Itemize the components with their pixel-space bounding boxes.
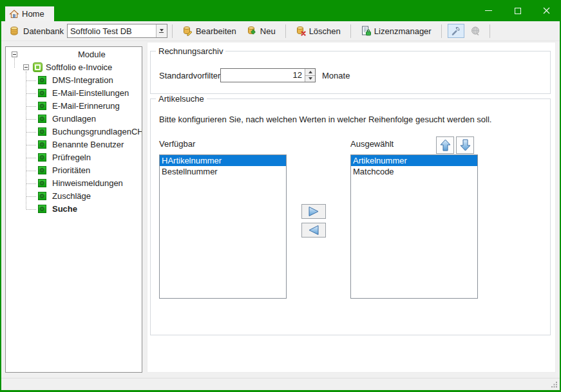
loeschen-label: Löschen xyxy=(309,26,341,36)
tree-connector xyxy=(26,183,36,184)
tree-item-label: Grundlagen xyxy=(52,113,96,126)
gear-icon: ⚙ xyxy=(38,205,46,213)
tree-root-module[interactable]: Module xyxy=(6,48,142,61)
move-right-button[interactable] xyxy=(301,204,326,219)
tree-item-grundlagen[interactable]: ⚙ Grundlagen xyxy=(6,113,142,126)
move-up-button[interactable] xyxy=(436,136,454,154)
tree-item-suche[interactable]: ⚙ Suche xyxy=(6,203,142,216)
lizenzmanager-label: Lizenzmanager xyxy=(374,26,432,36)
tree-item-buchungsgrundlagench[interactable]: ⚙ BuchungsgrundlagenCH xyxy=(6,126,142,138)
tab-home[interactable]: Home xyxy=(5,6,54,21)
close-button[interactable] xyxy=(532,0,561,21)
datenbank-combobox-dropdown-button[interactable] xyxy=(156,24,167,37)
datenbank-label: Datenbank xyxy=(23,26,64,36)
tree-item-label: Benannte Benutzer xyxy=(52,138,124,151)
artikelsuche-instruction: Bitte konfigurieren Sie, nach welchen We… xyxy=(159,115,491,124)
tree-node-label: Softfolio e-Invoice xyxy=(46,61,112,74)
tree-connector xyxy=(26,145,36,145)
tree-item-email-erinnerung[interactable]: ⚙ E-Mail-Erinnerung xyxy=(6,100,142,113)
tools-button[interactable] xyxy=(448,24,464,38)
gear-icon: ⚙ xyxy=(38,76,46,84)
triangle-down-icon xyxy=(309,77,312,80)
tree-item-label: BuchungsgrundlagenCH xyxy=(52,126,142,138)
gear-icon: ⚙ xyxy=(38,89,46,97)
gear-icon: ⚙ xyxy=(38,179,46,187)
tree-item-hinweismeldungen[interactable]: ⚙ Hinweismeldungen xyxy=(6,177,142,190)
chevron-down-icon xyxy=(160,29,164,32)
tree-item-dms-integration[interactable]: ⚙ DMS-Integration xyxy=(6,74,142,87)
collapse-icon[interactable] xyxy=(23,64,29,70)
tree-item-pruefregeln[interactable]: ⚙ Prüfregeln xyxy=(6,151,142,164)
tree-item-zuschlaege[interactable]: ⚙ Zuschläge xyxy=(6,190,142,203)
tab-home-label: Home xyxy=(22,9,44,19)
arrow-left-icon xyxy=(307,225,320,236)
gear-icon: ⚙ xyxy=(38,127,46,136)
ausgewaehlt-label: Ausgewählt xyxy=(350,139,394,149)
standardvorfilter-spinner[interactable]: 12 xyxy=(220,68,316,82)
tree-item-label: DMS-Integration xyxy=(52,74,113,87)
verfuegbar-label: Verfügbar xyxy=(159,139,195,149)
datenbank-combobox-value[interactable]: Softfolio Test DB xyxy=(68,24,156,37)
database-edit-icon xyxy=(182,26,193,36)
close-icon xyxy=(543,7,550,14)
maximize-button[interactable] xyxy=(503,0,532,21)
minimize-button[interactable] xyxy=(474,0,503,21)
ausgewaehlt-list[interactable]: Artikelnummer Matchcode xyxy=(350,154,478,299)
gear-icon: ⚙ xyxy=(38,115,46,123)
standardvorfilter-value[interactable]: 12 xyxy=(221,69,305,82)
monate-label: Monate xyxy=(322,71,350,80)
datenbank-combobox[interactable]: Softfolio Test DB xyxy=(67,24,167,38)
database-delete-icon xyxy=(296,26,306,36)
e-invoice-module-icon xyxy=(33,62,43,72)
home-icon xyxy=(9,9,19,19)
gear-icon: ⚙ xyxy=(38,102,46,110)
spin-up-button[interactable] xyxy=(305,69,315,75)
gear-icon: ⚙ xyxy=(38,140,46,149)
bearbeiten-label: Bearbeiten xyxy=(196,26,236,36)
tree-connector xyxy=(26,119,36,120)
maximize-icon xyxy=(515,8,521,14)
toolbar-separator xyxy=(172,24,173,38)
list-item[interactable]: HArtikelnummer xyxy=(160,155,286,166)
loeschen-button[interactable]: Löschen xyxy=(292,23,345,39)
neu-button[interactable]: Neu xyxy=(243,23,280,39)
tree-item-benannte-benutzer[interactable]: ⚙ Benannte Benutzer xyxy=(6,138,142,151)
move-down-button[interactable] xyxy=(456,136,474,154)
tree-item-label: Prüfregeln xyxy=(52,151,91,164)
collapse-icon[interactable] xyxy=(12,51,17,57)
help-button[interactable] xyxy=(467,24,484,38)
gear-icon: ⚙ xyxy=(38,192,46,200)
tree-connector xyxy=(26,80,36,81)
neu-label: Neu xyxy=(260,26,276,36)
tree-connector xyxy=(26,132,36,133)
list-item[interactable]: Matchcode xyxy=(351,166,477,177)
list-item[interactable]: Bestellnummer xyxy=(160,166,286,177)
arrow-down-icon xyxy=(460,139,471,151)
database-icon xyxy=(9,26,19,36)
settings-panel: Rechnungsarchiv Standardvorfilter 12 Mon… xyxy=(147,42,556,373)
bearbeiten-button[interactable]: Bearbeiten xyxy=(178,23,240,39)
spin-down-button[interactable] xyxy=(305,75,315,82)
tree-connector xyxy=(26,106,36,107)
tree-item-email-einstellungen[interactable]: ⚙ E-Mail-Einstellungen xyxy=(6,87,142,100)
toolbar-separator xyxy=(441,24,442,38)
license-lock-icon xyxy=(361,26,371,36)
toolbar-separator xyxy=(490,24,490,38)
lizenzmanager-button[interactable]: Lizenzmanager xyxy=(357,23,435,39)
tree-connector xyxy=(26,93,36,94)
tree-item-prioritaeten[interactable]: ⚙ Prioritäten xyxy=(6,164,142,177)
toolbar: Datenbank Softfolio Test DB Bearbeiten xyxy=(1,21,560,41)
resize-grip[interactable] xyxy=(551,381,558,388)
tree-item-label-selected: Suche xyxy=(52,203,77,216)
move-left-button[interactable] xyxy=(301,223,326,238)
database-add-icon xyxy=(247,26,257,36)
tree-node-softfolio-e-invoice[interactable]: Softfolio e-Invoice xyxy=(6,61,142,74)
verfuegbar-list[interactable]: HArtikelnummer Bestellnummer xyxy=(159,154,287,299)
list-item[interactable]: Artikelnummer xyxy=(351,155,477,166)
artikelsuche-group: Artikelsuche Bitte konfigurieren Sie, na… xyxy=(150,98,551,335)
module-tree[interactable]: Module Softfolio e-Invoice ⚙ DMS-Integra… xyxy=(5,46,142,373)
tree-item-label: Zuschläge xyxy=(52,190,91,203)
rechnungsarchiv-title: Rechnungsarchiv xyxy=(156,46,225,56)
rechnungsarchiv-group: Rechnungsarchiv Standardvorfilter 12 Mon… xyxy=(150,51,551,94)
titlebar: Home xyxy=(0,0,561,21)
